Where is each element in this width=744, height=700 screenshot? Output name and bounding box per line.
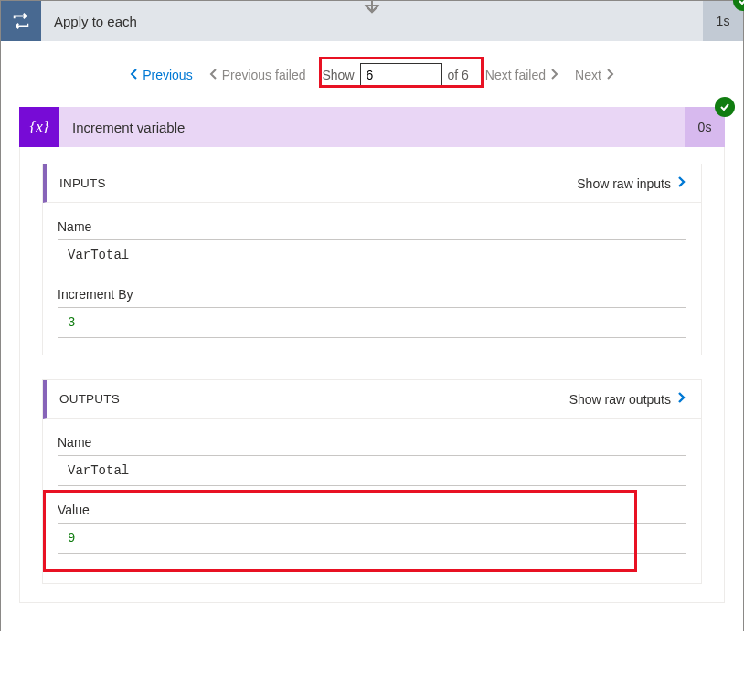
variable-icon: {x} <box>19 107 59 147</box>
chevron-left-icon <box>130 68 139 82</box>
pager-previous-label: Previous <box>143 68 192 82</box>
increment-variable-title: Increment variable <box>59 107 685 147</box>
inputs-incrementby-value[interactable]: 3 <box>58 307 686 338</box>
chevron-right-icon <box>676 175 686 191</box>
status-success-icon <box>715 97 735 117</box>
iteration-pager: Previous Previous failed Show of 6 Next … <box>1 41 743 107</box>
pager-previous[interactable]: Previous <box>130 68 192 82</box>
increment-variable-header[interactable]: {x} Increment variable 0s <box>19 107 725 147</box>
pager-next-label: Next <box>575 68 601 82</box>
inputs-name-value[interactable]: VarTotal <box>58 239 686 270</box>
pager-previous-failed-label: Previous failed <box>222 68 306 82</box>
flow-arrow-icon <box>363 0 381 16</box>
show-raw-inputs-label: Show raw inputs <box>577 176 671 191</box>
pager-of-label: of 6 <box>448 68 469 82</box>
pager-previous-failed[interactable]: Previous failed <box>209 68 306 82</box>
loop-icon <box>1 1 41 41</box>
pager-show-input[interactable] <box>360 63 442 87</box>
inputs-section: INPUTS Show raw inputs Name VarTotal <box>42 164 702 355</box>
outputs-heading: OUTPUTS <box>59 392 120 406</box>
outputs-value-label: Value <box>58 503 686 517</box>
show-raw-inputs-link[interactable]: Show raw inputs <box>577 175 686 191</box>
increment-variable-body: INPUTS Show raw inputs Name VarTotal <box>19 147 725 603</box>
show-raw-outputs-link[interactable]: Show raw outputs <box>569 391 686 407</box>
outputs-name-label: Name <box>58 435 686 450</box>
chevron-right-icon <box>605 68 614 82</box>
pager-next-failed[interactable]: Next failed <box>485 68 558 82</box>
outputs-value-value[interactable]: 9 <box>58 523 686 554</box>
inputs-name-label: Name <box>58 219 686 234</box>
pager-next-failed-label: Next failed <box>485 68 546 82</box>
chevron-right-icon <box>676 391 686 407</box>
pager-next[interactable]: Next <box>575 68 614 82</box>
inputs-incrementby-label: Increment By <box>58 287 686 302</box>
chevron-left-icon <box>209 68 218 82</box>
chevron-right-icon <box>549 68 558 82</box>
outputs-name-value[interactable]: VarTotal <box>58 455 686 486</box>
show-raw-outputs-label: Show raw outputs <box>569 392 671 407</box>
outputs-section: OUTPUTS Show raw outputs Name VarTotal <box>42 379 702 584</box>
pager-show-group: Show of 6 <box>322 63 468 87</box>
pager-show-label: Show <box>322 68 354 82</box>
inputs-heading: INPUTS <box>59 176 106 190</box>
